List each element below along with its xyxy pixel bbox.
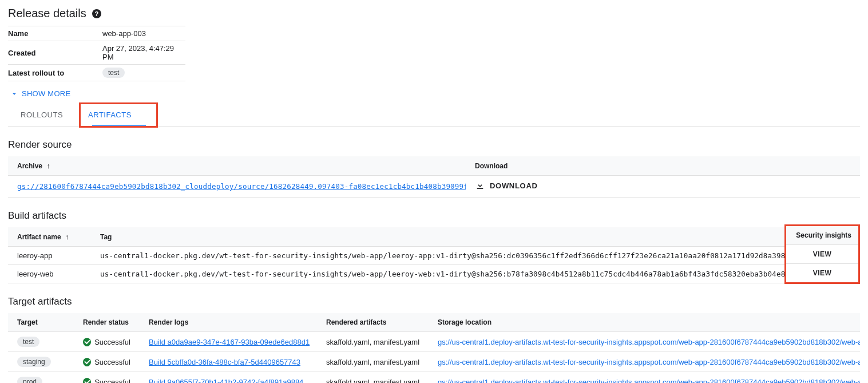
page-title-text: Release details [8,7,86,20]
annotation-highlight-security-insights: Security insights VIEW VIEW [784,224,860,284]
col-rendered-artifacts: Rendered artifacts [317,313,429,332]
col-download: Download [466,156,860,176]
success-icon [83,338,91,346]
artifact-tag: us-central1-docker.pkg.dev/wt-test-for-s… [91,247,860,265]
tab-artifacts[interactable]: ARTIFACTS [76,104,144,126]
target-artifacts-table: Target Render status Render logs Rendere… [8,313,860,383]
artifact-name: leeroy-app [8,247,91,265]
release-details-table: Nameweb-app-003CreatedApr 27, 2023, 4:47… [8,26,185,81]
env-badge: test [102,68,125,78]
status-text: Successful [94,378,130,384]
detail-key: Latest rollout to [8,65,102,81]
storage-link[interactable]: gs://us-central1.deploy-artifacts.wt-tes… [438,358,860,366]
tab-rollouts[interactable]: ROLLOUTS [8,104,76,126]
table-row: testSuccessfulBuild a0da9ae9-347e-4167-9… [8,332,860,352]
table-row: leeroy-appus-central1-docker.pkg.dev/wt-… [8,247,860,265]
col-target: Target [8,313,74,332]
rendered-artifacts: skaffold.yaml, manifest.yaml [317,372,429,384]
table-row: stagingSuccessfulBuild 5cbffa0d-36fa-488… [8,352,860,372]
col-archive[interactable]: Archive ↑ [8,156,466,176]
target-badge[interactable]: test [17,337,39,347]
artifact-tag: us-central1-docker.pkg.dev/wt-test-for-s… [91,265,860,283]
archive-link[interactable]: gs://281600f6787444ca9eb5902bd818b302_cl… [17,182,466,191]
col-security-insights: Security insights [786,226,858,245]
success-icon [83,378,91,384]
build-artifacts-table: Artifact name ↑ Tag leeroy-appus-central… [8,227,860,283]
target-artifacts-heading: Target artifacts [8,296,860,307]
col-artifact-name[interactable]: Artifact name ↑ [8,227,91,247]
tab-active-underline [92,125,146,127]
chevron-down-icon [10,90,18,98]
view-button[interactable]: VIEW [786,264,858,282]
show-more-button[interactable]: SHOW MORE [8,85,73,104]
target-badge[interactable]: prod [17,377,42,383]
artifact-name: leeroy-web [8,265,91,283]
col-render-logs: Render logs [140,313,317,332]
col-tag: Tag [91,227,860,247]
col-storage-location: Storage location [429,313,860,332]
status-text: Successful [94,358,130,366]
page-title: Release details ? [8,7,860,20]
rendered-artifacts: skaffold.yaml, manifest.yaml [317,332,429,352]
sort-arrow-up-icon: ↑ [65,232,69,241]
detail-key: Name [8,26,102,41]
detail-value: test [102,65,185,81]
build-log-link[interactable]: Build 9a0655f7-70b1-41b2-9742-fa4f891a98… [149,378,303,384]
show-more-label: SHOW MORE [22,89,70,98]
tabs: ROLLOUTS ARTIFACTS [8,104,860,127]
rendered-artifacts: skaffold.yaml, manifest.yaml [317,352,429,372]
download-icon [475,180,485,191]
render-source-table: Archive ↑ Download gs://281600f6787444ca… [8,156,860,198]
status-text: Successful [94,338,130,346]
sort-arrow-up-icon: ↑ [46,161,50,170]
target-badge[interactable]: staging [17,357,51,367]
help-icon[interactable]: ? [92,9,101,18]
build-log-link[interactable]: Build 5cbffa0d-36fa-488c-bfa7-5d44096577… [149,358,300,366]
table-row: gs://281600f6787444ca9eb5902bd818b302_cl… [8,176,860,198]
col-render-status: Render status [74,313,140,332]
table-row: leeroy-webus-central1-docker.pkg.dev/wt-… [8,265,860,283]
render-source-heading: Render source [8,139,860,151]
storage-link[interactable]: gs://us-central1.deploy-artifacts.wt-tes… [438,338,860,346]
download-button[interactable]: DOWNLOAD [475,180,538,191]
detail-value: Apr 27, 2023, 4:47:29 PM [102,41,185,65]
success-icon [83,358,91,366]
build-log-link[interactable]: Build a0da9ae9-347e-4167-93ba-09ede6ed88… [149,338,310,346]
build-artifacts-heading: Build artifacts [8,210,860,222]
view-button[interactable]: VIEW [786,245,858,264]
storage-link[interactable]: gs://us-central1.deploy-artifacts.wt-tes… [438,378,860,384]
table-row: prodSuccessfulBuild 9a0655f7-70b1-41b2-9… [8,372,860,384]
download-label: DOWNLOAD [490,181,538,190]
detail-key: Created [8,41,102,65]
detail-value: web-app-003 [102,26,185,41]
